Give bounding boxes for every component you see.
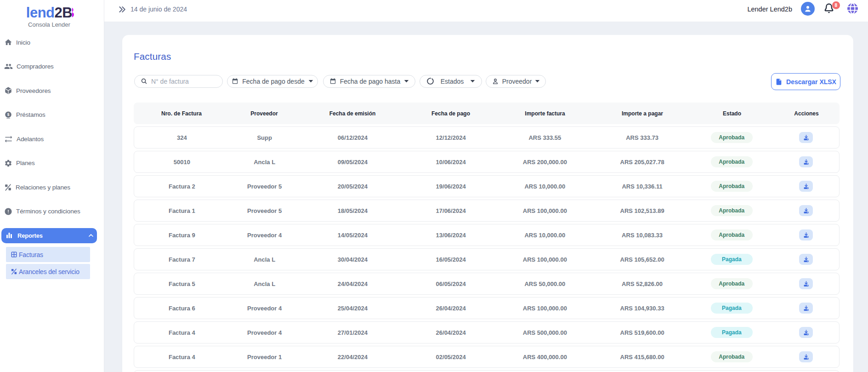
svg-text:$: $ [7, 113, 10, 117]
